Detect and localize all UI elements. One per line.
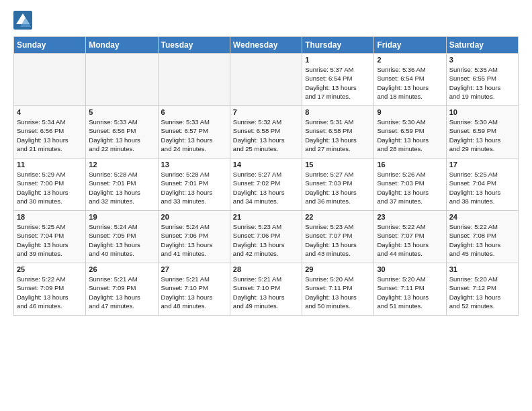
day-info: Sunrise: 5:33 AM Sunset: 6:57 PM Dayligh… [161,118,227,153]
day-info: Sunrise: 5:20 AM Sunset: 7:11 PM Dayligh… [377,275,443,310]
day-number: 30 [377,265,443,273]
logo-icon [13,11,32,30]
week-row-1: 1Sunrise: 5:37 AM Sunset: 6:54 PM Daylig… [14,54,519,106]
day-cell: 22Sunrise: 5:23 AM Sunset: 7:07 PM Dayli… [302,211,374,263]
day-cell: 21Sunrise: 5:23 AM Sunset: 7:06 PM Dayli… [230,211,302,263]
day-info: Sunrise: 5:21 AM Sunset: 7:10 PM Dayligh… [161,275,227,310]
day-info: Sunrise: 5:24 AM Sunset: 7:06 PM Dayligh… [161,222,227,258]
header-cell-tuesday: Tuesday [158,37,230,54]
day-info: Sunrise: 5:33 AM Sunset: 6:56 PM Dayligh… [89,118,154,153]
day-info: Sunrise: 5:25 AM Sunset: 7:04 PM Dayligh… [17,222,83,258]
day-number: 6 [161,108,227,116]
day-cell: 12Sunrise: 5:28 AM Sunset: 7:01 PM Dayli… [86,158,158,211]
day-number: 22 [305,213,371,221]
day-number: 16 [377,161,443,169]
day-info: Sunrise: 5:35 AM Sunset: 6:55 PM Dayligh… [449,65,515,101]
day-cell: 14Sunrise: 5:27 AM Sunset: 7:02 PM Dayli… [230,158,302,211]
day-cell [86,54,158,106]
calendar-body: 1Sunrise: 5:37 AM Sunset: 6:54 PM Daylig… [14,54,519,316]
day-info: Sunrise: 5:26 AM Sunset: 7:03 PM Dayligh… [377,170,443,205]
day-cell: 23Sunrise: 5:22 AM Sunset: 7:07 PM Dayli… [374,211,446,263]
day-cell: 19Sunrise: 5:24 AM Sunset: 7:05 PM Dayli… [86,211,158,263]
day-number: 8 [305,108,371,116]
day-number: 28 [233,265,299,273]
day-info: Sunrise: 5:31 AM Sunset: 6:58 PM Dayligh… [305,118,371,153]
day-number: 2 [377,56,443,64]
day-info: Sunrise: 5:30 AM Sunset: 6:59 PM Dayligh… [377,118,443,153]
header [13,11,519,30]
day-cell: 9Sunrise: 5:30 AM Sunset: 6:59 PM Daylig… [374,106,446,158]
day-info: Sunrise: 5:37 AM Sunset: 6:54 PM Dayligh… [305,65,371,101]
day-number: 10 [449,108,515,116]
day-info: Sunrise: 5:22 AM Sunset: 7:09 PM Dayligh… [17,275,83,310]
day-cell: 3Sunrise: 5:35 AM Sunset: 6:55 PM Daylig… [446,54,518,106]
day-number: 18 [17,213,83,221]
day-cell: 1Sunrise: 5:37 AM Sunset: 6:54 PM Daylig… [302,54,374,106]
day-info: Sunrise: 5:20 AM Sunset: 7:12 PM Dayligh… [449,275,515,310]
day-info: Sunrise: 5:27 AM Sunset: 7:03 PM Dayligh… [305,170,371,205]
day-number: 17 [449,161,515,169]
day-number: 26 [89,265,154,273]
day-cell: 5Sunrise: 5:33 AM Sunset: 6:56 PM Daylig… [86,106,158,158]
day-number: 29 [305,265,371,273]
day-info: Sunrise: 5:23 AM Sunset: 7:07 PM Dayligh… [305,222,371,258]
week-row-3: 11Sunrise: 5:29 AM Sunset: 7:00 PM Dayli… [14,158,519,211]
day-info: Sunrise: 5:32 AM Sunset: 6:58 PM Dayligh… [233,118,299,153]
day-info: Sunrise: 5:25 AM Sunset: 7:04 PM Dayligh… [449,170,515,205]
day-cell: 11Sunrise: 5:29 AM Sunset: 7:00 PM Dayli… [14,158,86,211]
header-cell-wednesday: Wednesday [230,37,302,54]
day-cell: 25Sunrise: 5:22 AM Sunset: 7:09 PM Dayli… [14,263,86,316]
header-cell-monday: Monday [86,37,158,54]
calendar-container: SundayMondayTuesdayWednesdayThursdayFrid… [0,0,532,322]
day-info: Sunrise: 5:20 AM Sunset: 7:11 PM Dayligh… [305,275,371,310]
day-cell: 29Sunrise: 5:20 AM Sunset: 7:11 PM Dayli… [302,263,374,316]
header-row: SundayMondayTuesdayWednesdayThursdayFrid… [14,37,519,54]
day-number: 12 [89,161,154,169]
day-number: 15 [305,161,371,169]
day-cell: 20Sunrise: 5:24 AM Sunset: 7:06 PM Dayli… [158,211,230,263]
header-cell-sunday: Sunday [14,37,86,54]
calendar-table: SundayMondayTuesdayWednesdayThursdayFrid… [13,36,519,316]
day-info: Sunrise: 5:24 AM Sunset: 7:05 PM Dayligh… [89,222,154,258]
day-number: 25 [17,265,83,273]
day-cell: 31Sunrise: 5:20 AM Sunset: 7:12 PM Dayli… [446,263,518,316]
logo [13,11,35,30]
day-info: Sunrise: 5:30 AM Sunset: 6:59 PM Dayligh… [449,118,515,153]
day-info: Sunrise: 5:27 AM Sunset: 7:02 PM Dayligh… [233,170,299,205]
day-info: Sunrise: 5:34 AM Sunset: 6:56 PM Dayligh… [17,118,83,153]
day-cell: 30Sunrise: 5:20 AM Sunset: 7:11 PM Dayli… [374,263,446,316]
day-info: Sunrise: 5:28 AM Sunset: 7:01 PM Dayligh… [161,170,227,205]
day-number: 20 [161,213,227,221]
day-cell: 4Sunrise: 5:34 AM Sunset: 6:56 PM Daylig… [14,106,86,158]
header-cell-saturday: Saturday [446,37,518,54]
day-cell: 27Sunrise: 5:21 AM Sunset: 7:10 PM Dayli… [158,263,230,316]
day-info: Sunrise: 5:28 AM Sunset: 7:01 PM Dayligh… [89,170,154,205]
week-row-2: 4Sunrise: 5:34 AM Sunset: 6:56 PM Daylig… [14,106,519,158]
day-info: Sunrise: 5:21 AM Sunset: 7:09 PM Dayligh… [89,275,154,310]
day-cell: 18Sunrise: 5:25 AM Sunset: 7:04 PM Dayli… [14,211,86,263]
day-number: 1 [305,56,371,64]
day-cell: 28Sunrise: 5:21 AM Sunset: 7:10 PM Dayli… [230,263,302,316]
day-number: 9 [377,108,443,116]
day-cell [158,54,230,106]
day-info: Sunrise: 5:22 AM Sunset: 7:07 PM Dayligh… [377,222,443,258]
day-info: Sunrise: 5:29 AM Sunset: 7:00 PM Dayligh… [17,170,83,205]
header-cell-friday: Friday [374,37,446,54]
day-number: 19 [89,213,154,221]
week-row-4: 18Sunrise: 5:25 AM Sunset: 7:04 PM Dayli… [14,211,519,263]
day-info: Sunrise: 5:21 AM Sunset: 7:10 PM Dayligh… [233,275,299,310]
day-cell: 2Sunrise: 5:36 AM Sunset: 6:54 PM Daylig… [374,54,446,106]
day-info: Sunrise: 5:36 AM Sunset: 6:54 PM Dayligh… [377,65,443,101]
day-number: 11 [17,161,83,169]
day-number: 27 [161,265,227,273]
day-cell: 7Sunrise: 5:32 AM Sunset: 6:58 PM Daylig… [230,106,302,158]
calendar-header: SundayMondayTuesdayWednesdayThursdayFrid… [14,37,519,54]
day-number: 13 [161,161,227,169]
day-cell: 10Sunrise: 5:30 AM Sunset: 6:59 PM Dayli… [446,106,518,158]
day-number: 3 [449,56,515,64]
day-number: 4 [17,108,83,116]
day-cell: 13Sunrise: 5:28 AM Sunset: 7:01 PM Dayli… [158,158,230,211]
day-cell: 17Sunrise: 5:25 AM Sunset: 7:04 PM Dayli… [446,158,518,211]
day-number: 24 [449,213,515,221]
day-number: 7 [233,108,299,116]
